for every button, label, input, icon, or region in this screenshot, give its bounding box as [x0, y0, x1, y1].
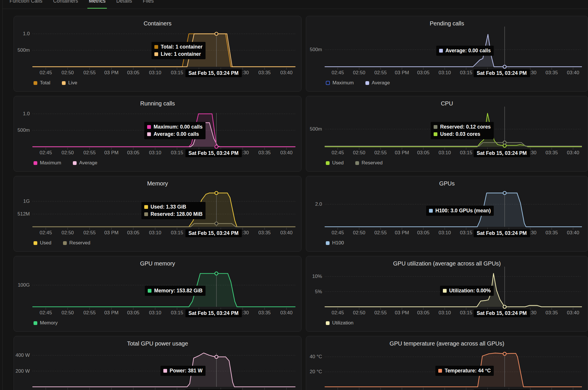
tooltip-series-swatch — [439, 49, 443, 53]
legend-item[interactable]: Used — [326, 160, 344, 166]
tooltip-text: Utilization: 0.00% — [449, 288, 491, 294]
tooltip-series-swatch — [154, 45, 158, 49]
tab-files[interactable]: Files — [143, 0, 154, 9]
legend-label: Memory — [40, 320, 58, 326]
y-axis-label: 400 W — [14, 352, 30, 358]
legend-item[interactable]: Reserved — [355, 160, 383, 166]
tab-containers[interactable]: Containers — [53, 0, 78, 9]
x-axis-label: 03:40 — [560, 150, 586, 156]
tooltip-text: Power: 381 W — [170, 368, 203, 374]
legend-swatch — [73, 161, 77, 165]
chart-card: GPU memory100G02:4502:5002:5503 PM03:050… — [14, 256, 302, 332]
tooltip-series-swatch — [434, 132, 437, 136]
point-marker — [503, 192, 506, 195]
content-left-border — [2, 0, 3, 390]
chart-card: Pending calls500m02:4502:5002:5503 PM03:… — [306, 16, 588, 92]
point-marker — [503, 352, 506, 355]
legend-swatch — [326, 161, 330, 165]
legend-item[interactable]: Memory — [34, 320, 58, 326]
legend-item[interactable]: Average — [365, 80, 390, 86]
legend-item[interactable]: Live — [62, 80, 77, 86]
tooltip-series-swatch — [147, 125, 151, 129]
y-axis-label: 1.0 — [14, 111, 30, 117]
tab-details[interactable]: Details — [116, 0, 132, 9]
chart-card: Containers1.0500m02:4502:5002:5503 PM03:… — [14, 16, 302, 92]
legend-label: Used — [332, 160, 344, 166]
legend-swatch — [34, 321, 37, 325]
point-marker — [215, 222, 218, 225]
point-marker — [215, 32, 218, 36]
legend-label: Average — [79, 160, 97, 166]
y-axis-label: 500m — [14, 47, 30, 53]
chart-card: GPU utilization (average across all GPUs… — [306, 256, 588, 332]
legend-label: Reserved — [362, 160, 383, 166]
crosshair-date-label: Sat Feb 15, 03:24 PM — [474, 309, 530, 317]
legend-item[interactable]: Used — [34, 240, 51, 246]
series-area — [33, 224, 295, 227]
legend-item[interactable]: Utilization — [326, 320, 354, 326]
y-axis-label: 500m — [306, 47, 322, 53]
tooltip-text: Used: 1.33 GiB — [151, 204, 186, 210]
y-axis-label: 100G — [14, 282, 30, 288]
chart-legend: MaximumAverage — [326, 80, 390, 86]
legend-item[interactable]: Total — [34, 80, 50, 86]
tab-label: Metrics — [89, 0, 106, 4]
tab-bar: Function Calls Containers Metrics Detail… — [3, 0, 588, 9]
legend-item[interactable]: H100 — [326, 240, 344, 246]
y-axis-label: 10% — [306, 274, 322, 279]
tab-label: Files — [143, 0, 154, 4]
legend-label: Average — [372, 80, 390, 86]
legend-swatch — [62, 81, 66, 85]
tooltip: Power: 381 W — [160, 366, 206, 376]
legend-swatch — [365, 81, 369, 85]
tooltip-row: Memory: 153.82 GiB — [148, 287, 202, 294]
legend-item[interactable]: Reserved — [63, 240, 90, 246]
legend-label: Live — [68, 80, 77, 86]
series-line — [325, 142, 582, 146]
legend-item[interactable]: Average — [73, 160, 97, 166]
x-axis-label: 03:40 — [560, 230, 586, 236]
chart-plot[interactable] — [14, 336, 302, 390]
tooltip-row: Average: 0.00 calls — [147, 131, 202, 138]
tooltip-row: Maximum: 0.00 calls — [147, 123, 202, 131]
legend-item[interactable]: Maximum — [326, 80, 354, 86]
x-axis-label: 03:40 — [273, 310, 299, 316]
legend-item[interactable]: Maximum — [34, 160, 61, 166]
legend-label: H100 — [332, 240, 344, 246]
point-marker — [215, 191, 218, 194]
tab-metrics[interactable]: Metrics — [89, 0, 106, 9]
chart-legend: UsedReserved — [34, 240, 90, 246]
tooltip-series-swatch — [434, 125, 437, 129]
x-axis-label: 03:40 — [273, 70, 299, 76]
legend-label: Maximum — [40, 160, 61, 166]
chart-plot[interactable] — [306, 336, 588, 390]
tab-function-calls[interactable]: Function Calls — [10, 0, 42, 9]
tooltip-text: Maximum: 0.00 calls — [154, 124, 202, 130]
legend-label: Utilization — [332, 320, 354, 326]
chart-legend: UsedReserved — [326, 160, 382, 166]
tooltip-text: Used: 0.03 cores — [440, 131, 480, 137]
chart-card: CPU500m02:4502:5002:5503 PM03:0503:1003:… — [306, 96, 588, 172]
x-axis-label: 03:40 — [560, 70, 586, 76]
legend-swatch — [34, 241, 37, 245]
point-marker — [215, 272, 218, 275]
tooltip-text: H100: 3.0 GPUs (mean) — [435, 208, 491, 214]
y-axis-label: 5% — [306, 289, 322, 295]
chart-card: Memory1G512M02:4502:5002:5503 PM03:0503:… — [14, 176, 302, 252]
tooltip-text: Average: 0.00 calls — [154, 131, 199, 137]
tooltip-row: H100: 3.0 GPUs (mean) — [429, 207, 491, 214]
tooltip-text: Reserved: 128.00 MiB — [151, 211, 203, 217]
tooltip-row: Reserved: 128.00 MiB — [144, 211, 203, 218]
tooltip-row: Used: 0.03 cores — [434, 131, 491, 138]
legend-swatch — [34, 161, 37, 165]
legend-swatch — [63, 241, 67, 245]
tooltip-text: Total: 1 container — [161, 44, 203, 50]
tooltip-series-swatch — [154, 52, 158, 56]
tooltip-series-swatch — [163, 369, 167, 373]
tooltip-row: Average: 0.00 calls — [439, 47, 491, 54]
crosshair-date-label: Sat Feb 15, 03:24 PM — [474, 149, 530, 157]
tooltip: Memory: 153.82 GiB — [145, 286, 205, 296]
legend-swatch — [326, 81, 330, 85]
y-axis-label: 40 °C — [306, 354, 322, 360]
y-axis-label: 512M — [14, 211, 30, 217]
